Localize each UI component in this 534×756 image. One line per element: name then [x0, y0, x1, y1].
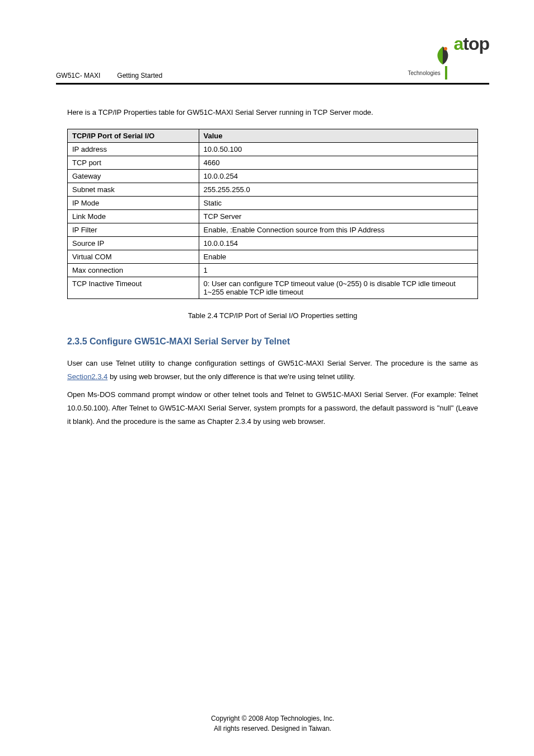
section-link[interactable]: Section2.3.4 — [67, 372, 107, 381]
doc-header: GW51C- MAXI Getting Started — [56, 72, 162, 80]
logo-bar-icon — [445, 66, 447, 80]
page-footer: Copyright © 2008 Atop Technologies, Inc.… — [56, 713, 489, 734]
atop-logo: atop Technologies — [433, 34, 489, 80]
table-row: IP FilterEnable, :Enable Connection sour… — [68, 223, 478, 236]
table-row: TCP port4660 — [68, 156, 478, 169]
section-heading: 2.3.5 Configure GW51C-MAXI Serial Server… — [67, 337, 478, 347]
table-caption: Table 2.4 TCP/IP Port of Serial I/O Prop… — [67, 311, 478, 320]
body-paragraph-1: User can use Telnet utility to change co… — [67, 357, 478, 384]
table-row: TCP Inactive Timeout0: User can configur… — [68, 277, 478, 298]
table-row: IP address10.0.50.100 — [68, 142, 478, 156]
header-divider — [56, 83, 489, 85]
svg-point-0 — [444, 47, 447, 50]
leaf-icon — [433, 45, 452, 68]
table-row: Max connection1 — [68, 263, 478, 277]
table-row: Link ModeTCP Server — [68, 209, 478, 223]
th-value: Value — [199, 129, 477, 142]
th-setting: TCP/IP Port of Serial I/O — [68, 129, 199, 142]
table-row: IP ModeStatic — [68, 196, 478, 209]
logo-subtitle: Technologies — [407, 70, 440, 76]
footer-copyright: Copyright © 2008 Atop Technologies, Inc. — [56, 713, 489, 724]
table-row: Gateway10.0.0.254 — [68, 169, 478, 183]
table-row: Subnet mask255.255.255.0 — [68, 183, 478, 196]
product-name: GW51C- MAXI — [56, 72, 100, 80]
logo-text: atop — [453, 34, 489, 54]
table-header-row: TCP/IP Port of Serial I/O Value — [68, 129, 478, 142]
intro-paragraph: Here is a TCP/IP Properties table for GW… — [67, 107, 478, 119]
settings-table: TCP/IP Port of Serial I/O Value IP addre… — [67, 129, 478, 299]
table-row: Source IP10.0.0.154 — [68, 236, 478, 250]
doc-title: Getting Started — [117, 72, 162, 80]
table-row: Virtual COMEnable — [68, 250, 478, 263]
body-paragraph-2: Open Ms-DOS command prompt window or oth… — [67, 388, 478, 428]
footer-rights: All rights reserved. Designed in Taiwan. — [56, 724, 489, 734]
